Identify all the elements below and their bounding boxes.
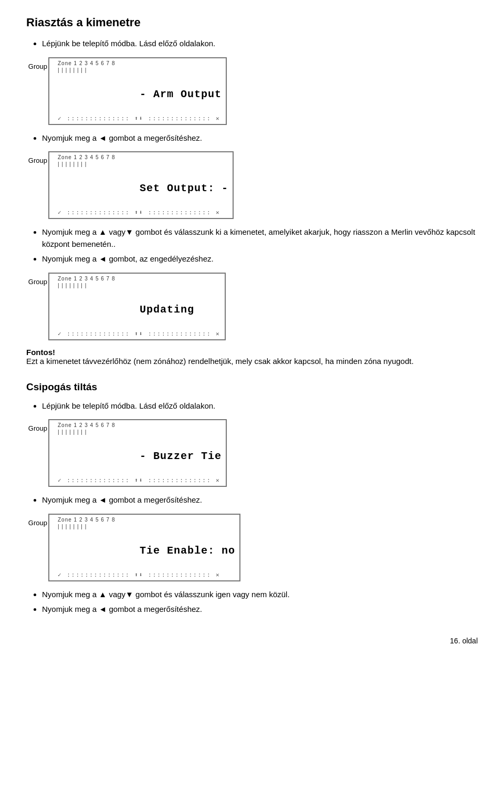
section-arm-output: Lépjünk be telepítő módba. Lásd előző ol… xyxy=(26,38,478,366)
page-number: 16. oldal xyxy=(26,637,478,645)
zone-ticks-2: | | | | | | | | xyxy=(58,161,228,167)
lcd-line2-4: ✓ :::::::::::::: ⬆⬇ :::::::::::::: ✕ xyxy=(58,477,222,484)
bullets-after-2: Nyomjuk meg a ◄ gombot a megerősítéshez. xyxy=(42,494,478,506)
display-set-output: Group Zone 1 2 3 4 5 6 7 8 | | | | | | |… xyxy=(26,151,478,219)
page-title: Riasztás a kimenetre xyxy=(26,16,478,29)
lcd-1: Zone 1 2 3 4 5 6 7 8 | | | | | | | | - A… xyxy=(54,57,227,125)
lcd-3: Zone 1 2 3 4 5 6 7 8 | | | | | | | | Upd… xyxy=(54,273,226,340)
left-bracket-2 xyxy=(48,151,54,219)
bullet-item: Nyomjuk meg a ▲ vagy▼ gombot és válasszu… xyxy=(42,226,478,250)
zone-ticks-1: | | | | | | | | xyxy=(58,67,222,73)
zone-row-4: Zone 1 2 3 4 5 6 7 8 xyxy=(58,422,222,428)
zone-ticks-3: | | | | | | | | xyxy=(58,283,220,288)
lcd-2: Zone 1 2 3 4 5 6 7 8 | | | | | | | | Set… xyxy=(54,151,234,219)
lcd-line1-3: Updating xyxy=(58,289,220,330)
fontos-text: Ezt a kimenetet távvezérlőhöz (nem zónáh… xyxy=(26,357,414,366)
zone-ticks-4: | | | | | | | | xyxy=(58,429,222,435)
zone-row-5: Zone 1 2 3 4 5 6 7 8 xyxy=(58,517,235,523)
zone-row-3: Zone 1 2 3 4 5 6 7 8 xyxy=(58,276,220,282)
bullets-before-2: Lépjünk be telepítő módba. Lásd előző ol… xyxy=(42,400,478,412)
display-tie-enable: Group Zone 1 2 3 4 5 6 7 8 | | | | | | |… xyxy=(26,514,478,581)
left-bracket-3 xyxy=(48,273,54,340)
lcd-line2-5: ✓ :::::::::::::: ⬆⬇ :::::::::::::: ✕ xyxy=(58,571,235,578)
bullet-item: Nyomjuk meg a ◄ gombot, az engedélyezésh… xyxy=(42,253,478,265)
display-buzzer-tie: Group Zone 1 2 3 4 5 6 7 8 | | | | | | |… xyxy=(26,419,478,487)
zone-row-2: Zone 1 2 3 4 5 6 7 8 xyxy=(58,154,228,160)
section-title-csipogás: Csipogás tiltás xyxy=(26,381,478,393)
bullet-item: Nyomjuk meg a ◄ gombot a megerősítéshez. xyxy=(42,132,478,144)
lcd-line2-1: ✓ :::::::::::::: ⬆⬇ :::::::::::::: ✕ xyxy=(58,115,222,122)
section-csipogás: Csipogás tiltás Lépjünk be telepítő módb… xyxy=(26,381,478,616)
bullet-item: Lépjünk be telepítő módba. Lásd előző ol… xyxy=(42,400,478,412)
left-bracket-5 xyxy=(48,514,54,581)
lcd-line1-4: - Buzzer Tie xyxy=(58,436,222,477)
lcd-line1-2: Set Output: - xyxy=(58,168,228,209)
lcd-line2-2: ✓ :::::::::::::: ⬆⬇ :::::::::::::: ✕ xyxy=(58,209,228,216)
lcd-4: Zone 1 2 3 4 5 6 7 8 | | | | | | | | - B… xyxy=(54,419,227,487)
bullet-item: Lépjünk be telepítő módba. Lásd előző ol… xyxy=(42,38,478,50)
lcd-line2-3: ✓ :::::::::::::: ⬆⬇ :::::::::::::: ✕ xyxy=(58,330,220,337)
bullets-before-1: Lépjünk be telepítő módba. Lásd előző ol… xyxy=(42,38,478,50)
group-label-2: Group xyxy=(26,151,47,164)
fontos-block: Fontos! Ezt a kimenetet távvezérlőhöz (n… xyxy=(26,348,478,366)
fontos-label: Fontos! xyxy=(26,348,55,357)
left-bracket-4 xyxy=(48,419,54,487)
zone-row-1: Zone 1 2 3 4 5 6 7 8 xyxy=(58,60,222,66)
lcd-line1-1: - Arm Output xyxy=(58,74,222,115)
display-updating: Group Zone 1 2 3 4 5 6 7 8 | | | | | | |… xyxy=(26,273,478,340)
group-label-4: Group xyxy=(26,419,47,432)
page-container: Riasztás a kimenetre Lépjünk be telepítő… xyxy=(26,16,478,645)
lcd-line1-5: Tie Enable: no xyxy=(58,530,235,571)
zone-ticks-5: | | | | | | | | xyxy=(58,524,235,529)
lcd-5: Zone 1 2 3 4 5 6 7 8 | | | | | | | | Tie… xyxy=(54,514,240,581)
group-label-5: Group xyxy=(26,514,47,527)
bullets-after2-1: Nyomjuk meg a ▲ vagy▼ gombot és válasszu… xyxy=(42,226,478,265)
bullet-item: Nyomjuk meg a ▲ vagy▼ gombot és válasszu… xyxy=(42,589,478,601)
bullets-after-1: Nyomjuk meg a ◄ gombot a megerősítéshez. xyxy=(42,132,478,144)
bullet-item: Nyomjuk meg a ◄ gombot a megerősítéshez. xyxy=(42,603,478,616)
bullets-after2-2: Nyomjuk meg a ▲ vagy▼ gombot és válasszu… xyxy=(42,589,478,616)
group-label-3: Group xyxy=(26,273,47,286)
left-bracket-1 xyxy=(48,57,54,125)
group-label-1: Group xyxy=(26,57,47,70)
bullet-item: Nyomjuk meg a ◄ gombot a megerősítéshez. xyxy=(42,494,478,506)
display-arm-output: Group Zone 1 2 3 4 5 6 7 8 | | | | | | |… xyxy=(26,57,478,125)
